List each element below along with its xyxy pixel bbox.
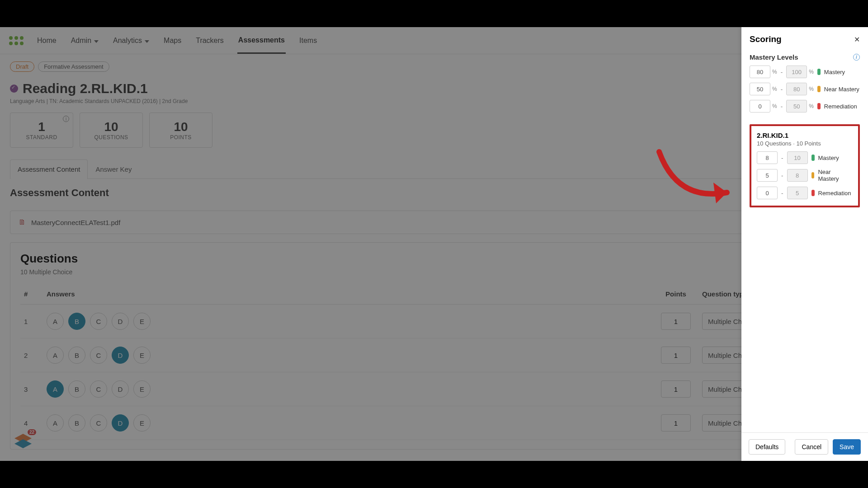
verified-icon — [10, 84, 18, 93]
cancel-button[interactable]: Cancel — [795, 439, 828, 455]
answer-cell: ABCDE — [43, 372, 653, 406]
stat-standards: i 1 STANDARD — [10, 113, 73, 148]
app-viewport: Home Admin Analytics Maps Trackers Asses… — [0, 27, 868, 461]
answer-cell: ABCDE — [43, 305, 653, 338]
answer-bubble-d[interactable]: D — [112, 414, 129, 432]
pdf-icon — [19, 218, 26, 226]
level-name: Near Mastery — [818, 169, 853, 182]
answer-bubble-d[interactable]: D — [112, 380, 129, 398]
answer-bubble-e[interactable]: E — [133, 347, 151, 364]
info-icon[interactable]: i — [63, 116, 69, 122]
col-answers: Answers — [43, 284, 653, 305]
answer-cell: ABCDE — [43, 406, 653, 440]
answer-bubble-a[interactable]: A — [47, 347, 64, 364]
level-color-icon — [811, 155, 815, 161]
level-high-input — [787, 169, 808, 182]
draft-badge: Draft — [10, 61, 34, 72]
answer-bubble-a[interactable]: A — [47, 313, 64, 330]
level-high-input — [786, 66, 807, 78]
answer-bubble-e[interactable]: E — [133, 380, 151, 398]
tab-assessment-content[interactable]: Assessment Content — [10, 160, 88, 179]
level-high-input — [787, 151, 808, 164]
questions-card: Questions 10 Multiple Choice # Answers P… — [10, 242, 858, 450]
save-button[interactable]: Save — [833, 439, 861, 455]
helper-stack-widget[interactable]: 22 — [13, 432, 33, 455]
scoring-panel: Scoring ✕ Mastery Levels i %-%Mastery%-%… — [741, 27, 868, 461]
stat-questions: 10 QUESTIONS — [80, 113, 143, 148]
nav-items[interactable]: Items — [298, 28, 318, 53]
close-icon[interactable]: ✕ — [854, 35, 860, 44]
answer-bubble-b[interactable]: B — [68, 380, 85, 398]
level-color-icon — [811, 190, 815, 196]
mastery-levels-heading: Mastery Levels — [750, 53, 798, 61]
level-low-input[interactable] — [757, 169, 778, 182]
answer-bubble-c[interactable]: C — [90, 380, 107, 398]
svg-marker-2 — [14, 439, 32, 448]
standard-scoring-highlight: 2.RI.KID.1 10 Questions · 10 Points -Mas… — [750, 124, 860, 207]
questions-table: # Answers Points Question type Sta 1ABCD… — [20, 284, 848, 440]
level-low-input[interactable] — [750, 83, 770, 95]
level-color-icon — [817, 103, 821, 109]
nav-admin[interactable]: Admin — [70, 28, 99, 53]
level-low-input[interactable] — [757, 151, 778, 164]
row-number: 2 — [20, 338, 43, 372]
nav-maps[interactable]: Maps — [163, 28, 182, 53]
tab-answer-key[interactable]: Answer Key — [88, 160, 139, 178]
answer-bubble-a[interactable]: A — [47, 414, 64, 432]
assessment-meta: Language Arts | TN: Academic Standards U… — [10, 98, 858, 104]
stat-points: 10 POINTS — [149, 113, 212, 148]
answer-bubble-e[interactable]: E — [133, 414, 151, 432]
helper-badge-count: 22 — [28, 429, 36, 435]
answer-bubble-d[interactable]: D — [112, 313, 129, 330]
level-high-input — [786, 100, 807, 113]
points-input[interactable] — [661, 414, 691, 432]
points-input[interactable] — [661, 380, 691, 398]
nav-analytics[interactable]: Analytics — [112, 28, 150, 53]
points-input[interactable] — [661, 313, 691, 330]
nav-home[interactable]: Home — [36, 28, 57, 53]
mastery-level-row: -Remediation — [757, 187, 853, 199]
level-color-icon — [817, 86, 821, 92]
defaults-button[interactable]: Defaults — [749, 439, 785, 455]
nav-trackers[interactable]: Trackers — [195, 28, 225, 53]
level-low-input[interactable] — [757, 187, 778, 199]
answer-bubble-c[interactable]: C — [90, 313, 107, 330]
answer-bubble-c[interactable]: C — [90, 347, 107, 364]
answer-bubble-d[interactable]: D — [112, 347, 129, 364]
mastery-level-row: %-%Near Mastery — [750, 83, 860, 95]
level-name: Mastery — [818, 155, 839, 161]
level-low-input[interactable] — [750, 66, 770, 78]
answer-bubble-b[interactable]: B — [68, 313, 85, 330]
section-heading: Assessment Content — [10, 187, 858, 199]
standard-code: 2.RI.KID.1 — [757, 131, 853, 139]
brand-logo-icon — [9, 36, 24, 45]
chevron-down-icon — [94, 37, 99, 45]
attachment-card[interactable]: MasteryConnectELATest1.pdf — [10, 211, 858, 234]
col-number: # — [20, 284, 43, 305]
info-icon[interactable]: i — [853, 54, 860, 61]
level-color-icon — [811, 172, 815, 178]
answer-bubble-a[interactable]: A — [47, 380, 64, 398]
level-name: Remediation — [824, 103, 857, 110]
mastery-level-row: %-%Remediation — [750, 100, 860, 113]
type-badge: Formative Assessment — [38, 61, 109, 72]
answer-bubble-b[interactable]: B — [68, 414, 85, 432]
standard-sub: 10 Questions · 10 Points — [757, 140, 853, 147]
answer-bubble-c[interactable]: C — [90, 414, 107, 432]
level-high-input — [786, 83, 807, 95]
table-row: 3ABCDEMultiple Choice2. — [20, 372, 848, 406]
table-row: 4ABCDEMultiple Choice2. — [20, 406, 848, 440]
answer-bubble-b[interactable]: B — [68, 347, 85, 364]
level-name: Remediation — [818, 190, 851, 197]
nav-assessments[interactable]: Assessments — [237, 28, 286, 54]
level-low-input[interactable] — [750, 100, 770, 113]
level-name: Mastery — [824, 69, 845, 75]
attachment-filename: MasteryConnectELATest1.pdf — [31, 219, 120, 226]
table-row: 1ABCDEMultiple Choice2. — [20, 305, 848, 338]
points-input[interactable] — [661, 347, 691, 364]
answer-cell: ABCDE — [43, 338, 653, 372]
mastery-level-row: -Mastery — [757, 151, 853, 164]
mastery-level-row: %-%Mastery — [750, 66, 860, 78]
answer-bubble-e[interactable]: E — [133, 313, 151, 330]
table-row: 2ABCDEMultiple Choice2. — [20, 338, 848, 372]
